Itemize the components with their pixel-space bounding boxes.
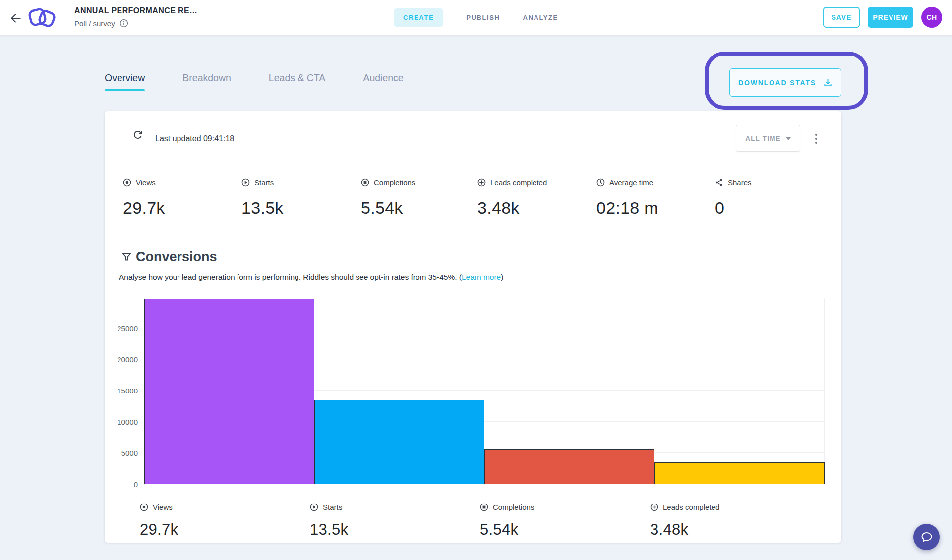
stat-value: 13.5k — [241, 198, 361, 218]
chart-x-labels: Views 29.7k Starts 13.5k Completions 5.5… — [140, 503, 820, 539]
document-title: ANNUAL PERFORMANCE RE… — [74, 6, 198, 15]
tab-leads-cta[interactable]: Leads & CTA — [269, 72, 326, 91]
stat-views: Views 29.7k — [123, 178, 241, 218]
completions-icon — [480, 503, 488, 511]
conversions-chart: 0500010000150002000025000 — [144, 298, 825, 484]
overview-card: Last updated 09:41:18 ALL TIME Views 29.… — [105, 111, 841, 543]
logo-icon — [26, 4, 59, 31]
x-category-value: 13.5k — [310, 521, 480, 539]
main-nav: CREATE PUBLISH ANALYZE — [394, 0, 558, 35]
x-category-label: Leads completed — [663, 503, 719, 511]
description-text: Analyse how your lead generation form is… — [119, 273, 462, 281]
leads-completed-icon — [477, 178, 486, 187]
stat-shares: Shares 0 — [715, 178, 752, 218]
shares-icon — [715, 178, 723, 187]
stat-label: Starts — [254, 178, 274, 187]
chevron-down-icon — [786, 137, 791, 143]
divider — [105, 168, 841, 168]
starts-icon — [241, 178, 250, 187]
y-axis-tick-label: 0 — [134, 480, 138, 489]
nav-create[interactable]: CREATE — [394, 8, 443, 27]
download-icon — [823, 78, 833, 87]
y-axis-tick-label: 10000 — [117, 418, 138, 426]
download-stats-label: DOWNLOAD STATS — [738, 79, 816, 87]
stats-summary-row: Views 29.7k Starts 13.5k Completions 5.5… — [123, 178, 752, 218]
riddle-logo[interactable] — [26, 4, 59, 31]
conversions-description: Analyse how your lead generation form is… — [119, 273, 503, 281]
learn-more-link[interactable]: Learn more — [462, 273, 501, 281]
average-time-icon — [596, 178, 605, 187]
back-button[interactable] — [9, 12, 23, 26]
views-icon — [140, 503, 148, 511]
analytics-tabs: Overview Breakdown Leads & CTA Audience — [105, 72, 404, 91]
app-header: ANNUAL PERFORMANCE RE… Poll / survey CRE… — [0, 0, 952, 35]
xlabel-leads-completed: Leads completed 3.48k — [650, 503, 820, 539]
stat-value: 0 — [715, 198, 752, 218]
x-category-value: 3.48k — [650, 521, 820, 539]
x-category-label: Starts — [323, 503, 342, 511]
stat-label: Completions — [374, 178, 415, 187]
y-axis-tick-label: 20000 — [117, 355, 138, 363]
completions-icon — [361, 178, 369, 187]
x-category-value: 5.54k — [480, 521, 650, 539]
header-actions: SAVE PREVIEW CH — [823, 0, 942, 35]
stat-label: Shares — [728, 178, 752, 187]
download-stats-button[interactable]: DOWNLOAD STATS — [729, 68, 841, 97]
stat-completions: Completions 5.54k — [361, 178, 477, 218]
time-range-value: ALL TIME — [745, 135, 781, 142]
nav-analyze[interactable]: ANALYZE — [523, 14, 558, 21]
xlabel-completions: Completions 5.54k — [480, 503, 650, 539]
stat-value: 3.48k — [477, 198, 596, 218]
leads-completed-icon — [650, 503, 658, 511]
stat-label: Leads completed — [490, 178, 547, 187]
x-category-label: Completions — [493, 503, 534, 511]
bar-completions — [484, 449, 654, 484]
x-category-label: Views — [153, 503, 173, 511]
stat-label: Average time — [609, 178, 653, 187]
y-axis-tick-label: 25000 — [117, 324, 138, 332]
y-axis-tick-label: 15000 — [117, 387, 138, 395]
last-updated-label: Last updated 09:41:18 — [155, 134, 234, 143]
tab-audience[interactable]: Audience — [363, 72, 403, 91]
bar-views — [144, 299, 314, 484]
bar-leads-completed — [654, 462, 825, 484]
chat-bubble-icon — [920, 530, 934, 544]
document-type-label: Poll / survey — [74, 19, 115, 28]
save-button[interactable]: SAVE — [823, 7, 860, 28]
conversions-title: Conversions — [136, 249, 217, 265]
refresh-button[interactable] — [130, 128, 145, 143]
xlabel-views: Views 29.7k — [140, 503, 310, 539]
user-avatar[interactable]: CH — [921, 7, 942, 28]
stat-value: 29.7k — [123, 198, 241, 218]
stat-starts: Starts 13.5k — [241, 178, 361, 218]
y-axis-tick-label: 5000 — [121, 449, 138, 457]
stat-label: Views — [136, 178, 156, 187]
chart-bars-layer — [144, 298, 825, 484]
stat-leads-completed: Leads completed 3.48k — [477, 178, 596, 218]
conversions-header: Conversions — [121, 249, 217, 265]
xlabel-starts: Starts 13.5k — [310, 503, 480, 539]
chat-widget-button[interactable] — [913, 524, 940, 550]
stat-average-time: Average time 02:18 m — [596, 178, 715, 218]
bar-starts — [314, 400, 484, 484]
arrow-left-icon — [9, 12, 22, 25]
tab-breakdown[interactable]: Breakdown — [182, 72, 231, 91]
time-range-dropdown[interactable]: ALL TIME — [736, 125, 800, 152]
funnel-icon — [121, 252, 132, 262]
nav-publish[interactable]: PUBLISH — [466, 14, 500, 21]
x-category-value: 29.7k — [140, 521, 310, 539]
description-text-end: ) — [501, 273, 503, 281]
starts-icon — [310, 503, 318, 511]
more-options-button[interactable] — [813, 130, 820, 147]
preview-button[interactable]: PREVIEW — [868, 7, 913, 28]
stat-value: 5.54k — [361, 198, 477, 218]
title-block: ANNUAL PERFORMANCE RE… Poll / survey — [74, 6, 198, 28]
stat-value: 02:18 m — [596, 198, 715, 218]
info-icon[interactable] — [119, 19, 128, 28]
tab-overview[interactable]: Overview — [105, 72, 145, 91]
refresh-icon — [132, 129, 144, 141]
views-icon — [123, 178, 131, 187]
